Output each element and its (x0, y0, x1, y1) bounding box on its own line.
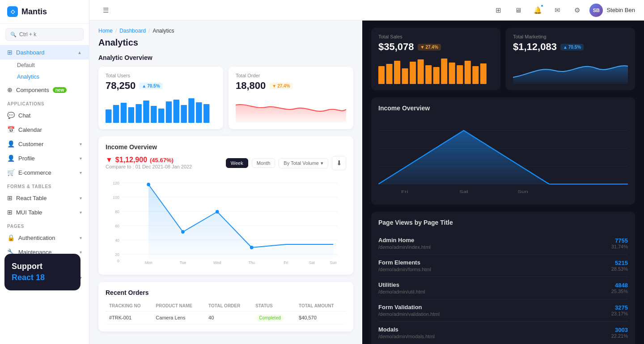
grid-icon-button[interactable]: ⊞ (491, 3, 505, 17)
breadcrumb-sep2: / (148, 28, 150, 34)
sidebar-item-customer[interactable]: 👤 Customer ▾ (0, 137, 89, 151)
svg-rect-50 (472, 66, 479, 84)
svg-point-35 (181, 230, 185, 234)
breadcrumb-home[interactable]: Home (98, 28, 113, 34)
sidebar-item-chat[interactable]: 💬 Chat (0, 108, 89, 122)
income-line-chart: 120 100 80 60 40 20 0 Mon Tue Wed Thu Fr… (106, 178, 346, 268)
pv-percent: 22.21% (611, 333, 628, 339)
pv-title: Form Validation (378, 304, 440, 310)
income-overview-title: Income Overview (106, 143, 346, 151)
svg-rect-1 (113, 105, 119, 123)
pv-right: 3003 22.21% (611, 327, 628, 339)
chevron-up-icon: ▲ (77, 50, 82, 55)
svg-point-36 (216, 210, 219, 214)
breadcrumb: Home / Dashboard / Analytics (98, 28, 353, 34)
sidebar-item-label: Chat (18, 112, 30, 119)
sidebar-item-profile[interactable]: 👤 Profile ▾ (0, 151, 89, 165)
display-icon-button[interactable]: 🖥 (511, 3, 525, 17)
sidebar-item-ecommerce[interactable]: 🛒 E-commerce ▾ (0, 165, 89, 180)
download-icon-button[interactable]: ⬇ (332, 156, 346, 170)
search-icon: 🔍 (10, 32, 17, 38)
profile-icon: 👤 (7, 155, 15, 162)
svg-rect-3 (128, 107, 134, 123)
svg-rect-48 (457, 65, 463, 84)
ecommerce-icon: 🛒 (7, 169, 15, 176)
sidebar-item-calendar[interactable]: 📅 Calendar (0, 122, 89, 137)
page-views-title: Page Views by Page Title (378, 219, 628, 226)
svg-rect-46 (441, 59, 447, 84)
settings-button[interactable]: ⚙ (570, 3, 584, 17)
sidebar-item-label: Components (16, 87, 49, 93)
svg-rect-44 (425, 65, 432, 84)
svg-rect-49 (465, 61, 471, 84)
pv-url: /demo/admin/index.html (378, 244, 431, 250)
sidebar-item-dashboard[interactable]: ⊞ Dashboard ▲ (0, 45, 89, 59)
page-view-item: Admin Home /demo/admin/index.html 7755 3… (378, 232, 628, 255)
sidebar-item-label: MUI Table (16, 209, 42, 216)
user-menu[interactable]: SB Stebin Ben (589, 4, 635, 17)
svg-text:Mon: Mon (145, 260, 153, 265)
svg-text:Fri: Fri (284, 260, 288, 265)
calendar-icon: 📅 (7, 126, 15, 133)
total-sales-value: $35,078 ▼ 27.4% (378, 41, 493, 53)
svg-point-34 (147, 183, 150, 186)
volume-select[interactable]: By Total Volume ▾ (279, 158, 328, 168)
svg-rect-40 (394, 61, 400, 84)
pv-count: 4848 (611, 282, 628, 289)
pv-title: Utilities (378, 281, 425, 288)
sidebar-item-react-table[interactable]: ⊞ React Table ▾ (0, 191, 89, 205)
pv-percent: 25.35% (611, 289, 628, 294)
sidebar-item-mui-table[interactable]: ⊞ MUI Table ▾ (0, 205, 89, 219)
page-view-item: Modals /demo/admin/modals.html 3003 22.2… (378, 322, 628, 344)
pv-url: /demo/admin/validation.html (378, 311, 440, 317)
chevron-down-icon: ▾ (80, 250, 82, 255)
svg-rect-6 (151, 106, 157, 123)
section-forms-tables-label: Forms & Tables (0, 180, 89, 191)
search-bar[interactable]: 🔍 (5, 28, 84, 41)
notifications-button[interactable]: 🔔 (530, 3, 545, 17)
svg-rect-41 (402, 68, 408, 84)
col-amount: TOTAL AMOUNT (295, 301, 346, 311)
mail-button[interactable]: ✉ (550, 3, 564, 17)
search-input[interactable] (19, 31, 79, 38)
svg-rect-38 (378, 66, 385, 84)
pv-url: /demo/admin/forms.html (378, 267, 431, 272)
svg-rect-12 (196, 102, 202, 123)
svg-rect-0 (106, 109, 111, 123)
support-line1: Support (12, 262, 73, 271)
month-button[interactable]: Month (252, 158, 275, 168)
svg-text:20: 20 (115, 252, 119, 257)
svg-text:60: 60 (115, 224, 119, 228)
sidebar-item-label: Calendar (18, 126, 42, 133)
total-users-value: 78,250 ▲ 70.5% (106, 80, 216, 92)
auth-icon: 🔒 (7, 234, 15, 241)
customer-icon: 👤 (7, 140, 15, 147)
menu-toggle-button[interactable]: ☰ (98, 3, 113, 17)
svg-point-37 (250, 246, 254, 249)
sidebar-subitem-analytics[interactable]: Analytics (0, 71, 89, 83)
pv-count: 3003 (611, 327, 628, 333)
svg-rect-43 (418, 59, 424, 84)
pv-count: 3275 (611, 304, 628, 311)
pv-title: Form Elements (378, 259, 431, 266)
components-icon: ⊕ (7, 86, 13, 93)
table-row: #TRK-001 Camera Lens 40 Completed $40,57… (106, 311, 346, 324)
total-users-label: Total Users (106, 73, 216, 78)
chat-icon: 💬 (7, 112, 15, 119)
sidebar-item-label: Customer (18, 141, 43, 147)
recent-orders-card: Recent Orders TRACKING NO PRODUCT NAME T… (98, 282, 353, 331)
sidebar-item-components[interactable]: ⊕ Components new (0, 83, 89, 97)
page-title: Analytics (98, 38, 353, 48)
svg-text:100: 100 (113, 195, 119, 200)
mui-table-icon: ⊞ (7, 209, 13, 216)
sidebar-item-authentication[interactable]: 🔒 Authentication ▾ (0, 231, 89, 245)
breadcrumb-dashboard[interactable]: Dashboard (119, 28, 146, 34)
total-users-chart (106, 96, 216, 123)
total-order-value: 18,800 ▼ 27.4% (236, 80, 346, 92)
sidebar-item-label: Dashboard (16, 49, 45, 56)
sidebar-subitem-default[interactable]: Default (0, 59, 89, 71)
total-sales-label: Total Sales (378, 34, 493, 39)
week-button[interactable]: Week (226, 158, 248, 168)
income-header: ▼ $1,12,900 (45.67%) Compare to : 01 Dec… (106, 156, 346, 175)
support-popup[interactable]: Support React 18 (4, 254, 80, 290)
